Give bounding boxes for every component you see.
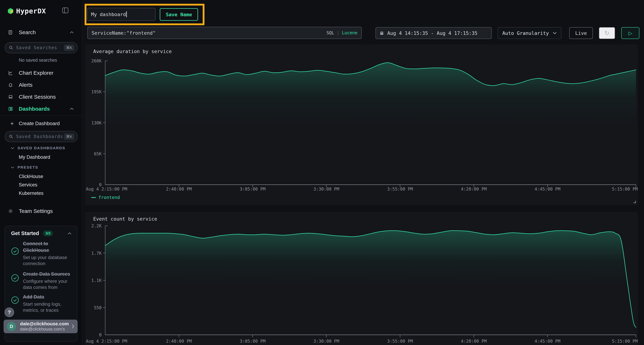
svg-text:3:30:00 PM: 3:30:00 PM (314, 187, 339, 192)
chart-card-avg-duration[interactable]: Average duration by service 260K195K130K… (85, 44, 638, 205)
hyperdx-logo-icon: ⚡ (8, 8, 13, 14)
user-menu[interactable]: D dale@clickhouse.com dale@clickhouse.co… (4, 320, 78, 333)
get-started-item-sources[interactable]: Create Data Sources Configure where your… (11, 271, 73, 290)
time-range-picker[interactable]: Aug 4 14:15:35 - Aug 4 17:15:35 (376, 27, 492, 39)
svg-text:4:20:00 PM: 4:20:00 PM (461, 339, 487, 344)
get-started-item-desc: Configure where your data comes from (23, 278, 75, 290)
granularity-value: Auto Granularity (502, 30, 549, 36)
line-chart-avg-duration: 260K195K130K65K0Aug 4 2:15:00 PM2:40:00 … (85, 44, 638, 205)
sidebar-item-label: Alerts (19, 82, 32, 88)
chevron-up-icon[interactable] (70, 108, 74, 110)
plus-icon: + (10, 120, 14, 127)
section-presets[interactable]: PRESETS (11, 165, 38, 169)
section-saved-dashboards[interactable]: SAVED DASHBOARDS (11, 146, 65, 150)
svg-text:5:15:00 PM: 5:15:00 PM (612, 339, 638, 344)
svg-text:Aug 4 2:15:00 PM: Aug 4 2:15:00 PM (86, 339, 127, 344)
section-label: PRESETS (18, 165, 38, 169)
legend-label: frontend (98, 195, 120, 200)
saved-searches-input[interactable]: Saved Searches ⌘K (5, 42, 78, 53)
get-started-item-title: Create Data Sources (23, 271, 75, 278)
chart-title: Event count by service (93, 216, 157, 222)
run-query-button[interactable]: ▷ (621, 27, 639, 39)
chart-explorer-icon (8, 70, 13, 75)
svg-text:3:55:00 PM: 3:55:00 PM (387, 339, 413, 344)
refresh-button[interactable]: ↻ (599, 27, 615, 39)
sidebar-item-team-settings[interactable]: Team Settings (0, 207, 82, 215)
svg-text:3:55:00 PM: 3:55:00 PM (387, 187, 413, 192)
brand-name: HyperDX (16, 7, 46, 15)
sql-toggle[interactable]: SQL (326, 30, 334, 35)
help-button[interactable]: ? (4, 308, 14, 317)
get-started-item-title: Connect to ClickHouse (23, 240, 64, 254)
line-chart-event-count: 2.2K1.7K1.1K5500Aug 4 2:15:00 PM2:40:00 … (85, 212, 638, 345)
svg-text:130K: 130K (91, 120, 102, 125)
chart-card-event-count[interactable]: Event count by service 2.2K1.7K1.1K5500A… (85, 212, 638, 345)
calendar-icon (380, 30, 384, 35)
avatar: D (7, 322, 16, 331)
language-divider: | (337, 30, 339, 35)
user-subtitle: dale@clickhouse.com's (20, 327, 69, 332)
save-name-button[interactable]: Save Name (160, 8, 198, 21)
time-range-value: Aug 4 14:15:35 - Aug 4 17:15:35 (387, 30, 478, 36)
sidebar-item-dashboards[interactable]: Dashboards (0, 105, 82, 113)
dashboard-name-value: My dashboard (91, 12, 126, 17)
sidebar-item-client-sessions[interactable]: Client Sessions (0, 93, 82, 101)
granularity-select[interactable]: Auto Granularity (498, 27, 561, 39)
sidebar-item-search[interactable]: Search (0, 28, 82, 36)
chevron-up-icon[interactable] (68, 232, 72, 235)
dashboards-icon (8, 106, 13, 111)
svg-text:3:05:00 PM: 3:05:00 PM (240, 339, 266, 344)
get-started-item-connect[interactable]: Connect to ClickHouse Set up your databa… (11, 240, 73, 267)
sidebar-collapse-icon[interactable] (62, 7, 68, 13)
get-started-item-desc: Start sending logs, metrics, or traces (23, 301, 70, 313)
play-icon: ▷ (628, 30, 632, 36)
chevron-up-icon[interactable] (70, 31, 74, 34)
svg-text:4:45:00 PM: 4:45:00 PM (534, 339, 560, 344)
sidebar-item-services[interactable]: Services (19, 182, 38, 188)
svg-text:2:40:00 PM: 2:40:00 PM (166, 339, 192, 344)
create-dashboard-label: Create Dashboard (19, 121, 60, 126)
get-started-item-add-data[interactable]: Add Data Start sending logs, metrics, or… (11, 294, 73, 313)
check-circle-icon (11, 296, 19, 304)
sidebar-item-kubernetes[interactable]: Kubernetes (19, 191, 44, 196)
chart-legend[interactable]: frontend (91, 195, 120, 200)
svg-text:5:15:00 PM: 5:15:00 PM (612, 187, 638, 192)
live-button[interactable]: Live (569, 27, 593, 39)
sidebar-item-alerts[interactable]: Alerts (0, 81, 82, 89)
chevron-down-icon (11, 166, 14, 169)
svg-text:3:30:00 PM: 3:30:00 PM (314, 339, 339, 344)
sidebar-item-my-dashboard[interactable]: My Dashboard (19, 154, 50, 160)
sidebar-item-clickhouse[interactable]: ClickHouse (19, 174, 43, 179)
svg-text:550: 550 (94, 305, 102, 310)
get-started-item-title: Add Data (23, 294, 73, 300)
no-saved-searches-note: No saved searches (19, 57, 57, 63)
search-icon (9, 45, 13, 50)
chart-title: Average duration by service (93, 49, 172, 54)
query-input[interactable]: ServiceName:"frontend" SQL | Lucene (87, 27, 362, 39)
refresh-icon: ↻ (604, 29, 610, 37)
get-started-item-desc: Set up your database connection (23, 254, 73, 267)
legend-swatch (91, 197, 96, 198)
sidebar-item-label: Search (19, 29, 36, 35)
svg-text:1.7K: 1.7K (91, 251, 102, 256)
shortcut-badge: ⌘K (64, 133, 74, 140)
section-label: SAVED DASHBOARDS (18, 146, 65, 150)
shortcut-badge: ⌘K (64, 44, 74, 51)
saved-dashboards-input[interactable]: Saved Dashboards ⌘K (5, 131, 78, 142)
svg-text:1.1K: 1.1K (91, 278, 102, 283)
svg-text:Aug 4 2:15:00 PM: Aug 4 2:15:00 PM (86, 187, 127, 192)
check-circle-icon (11, 247, 19, 255)
saved-dashboards-placeholder: Saved Dashboards (16, 134, 63, 139)
text-caret (126, 11, 127, 17)
create-dashboard-button[interactable]: + Create Dashboard (0, 119, 82, 128)
dashboard-name-input[interactable]: My dashboard (87, 8, 156, 21)
sidebar-divider (0, 115, 82, 116)
resize-handle-icon[interactable] (634, 201, 636, 203)
lucene-toggle[interactable]: Lucene (342, 30, 358, 35)
brand-logo[interactable]: ⚡ HyperDX (8, 7, 76, 15)
sidebar-item-chart-explorer[interactable]: Chart Explorer (0, 69, 82, 77)
get-started-title: Get Started (11, 230, 39, 236)
check-circle-icon (11, 274, 19, 282)
svg-text:260K: 260K (91, 58, 102, 63)
bell-icon (8, 82, 13, 87)
